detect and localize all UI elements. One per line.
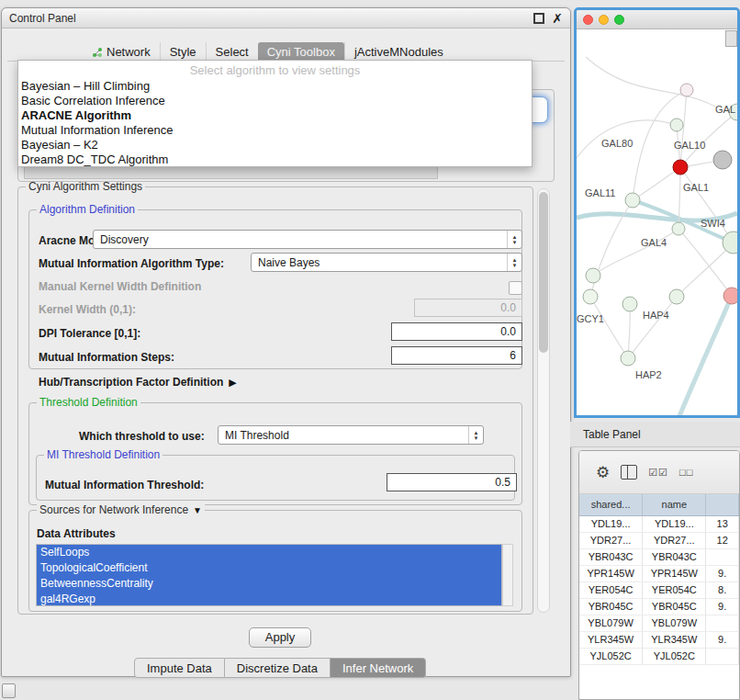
tab-infer-network[interactable]: Infer Network <box>331 658 426 678</box>
dropdown-item[interactable]: Mutual Information Inference <box>18 123 532 138</box>
combo-value: Naive Bayes <box>252 256 507 269</box>
float-window-icon[interactable] <box>533 13 544 24</box>
network-node-label: HAP2 <box>635 369 662 380</box>
dropdown-item[interactable]: Bayesian – Hill Climbing <box>18 79 532 94</box>
table-cell <box>706 649 739 664</box>
dropdown-item[interactable]: Basic Correlation Inference <box>18 94 532 108</box>
mac-minimize-button[interactable] <box>599 15 609 25</box>
close-icon[interactable]: ✗ <box>552 12 563 25</box>
aracne-mode-combo[interactable]: Discovery <box>93 230 522 249</box>
hub-section-toggle[interactable]: Hub/Transcription Factor Definition <box>39 376 237 389</box>
tab-network[interactable]: Network <box>83 42 160 62</box>
list-item-selected[interactable]: BetweennessCentrality <box>37 576 501 592</box>
column-header[interactable] <box>706 494 739 515</box>
list-item-selected[interactable]: gal4RGexp <box>37 592 501 606</box>
group-title: Cyni Algorithm Settings <box>26 180 145 193</box>
dropdown-item-selected[interactable]: ARACNE Algorithm <box>18 108 532 123</box>
network-node[interactable] <box>673 160 688 175</box>
mi-threshold-field[interactable]: 0.5 <box>387 473 517 491</box>
network-node[interactable] <box>713 151 732 169</box>
data-attributes-list[interactable]: SelfLoops TopologicalCoefficient Between… <box>36 544 502 606</box>
network-node[interactable] <box>723 288 737 304</box>
network-node[interactable] <box>621 351 635 366</box>
network-node[interactable] <box>723 231 737 254</box>
table-cell: YLR345W <box>579 632 643 648</box>
table-body: YDL19...YDL19...13YDR27...YDR27...12YBR0… <box>579 516 739 665</box>
tab-jactivemodules[interactable]: jActiveMNodules <box>344 42 453 62</box>
manual-kernel-checkbox[interactable] <box>509 281 522 295</box>
table-cell: YLR345W <box>643 632 706 648</box>
mi-type-combo[interactable]: Naive Bayes <box>251 253 522 272</box>
columns-icon[interactable] <box>621 465 637 480</box>
mac-zoom-button[interactable] <box>614 15 624 25</box>
table-row[interactable]: YBL079WYBL079W <box>579 615 739 632</box>
dropdown-item[interactable]: Bayesian – K2 <box>18 138 532 152</box>
table-row[interactable]: YLR345WYLR345W9. <box>579 632 739 649</box>
table-cell: 9. <box>706 632 739 648</box>
table-row[interactable]: YBR045CYBR045C9. <box>579 599 739 615</box>
network-node[interactable] <box>680 84 693 96</box>
group-title: MI Threshold Definition <box>44 448 163 461</box>
list-item-selected[interactable]: SelfLoops <box>37 545 501 560</box>
settings-scrollbar[interactable] <box>537 188 550 613</box>
scrollbar-thumb[interactable] <box>539 192 548 353</box>
table-cell: YDR27... <box>643 533 706 548</box>
table-row[interactable]: YPR145WYPR145W9. <box>579 566 739 582</box>
table-row[interactable]: YER054CYER054C8. <box>579 582 739 599</box>
table-row[interactable]: YJL052CYJL052C <box>579 649 739 665</box>
table-cell <box>706 549 739 565</box>
tab-discretize-data[interactable]: Discretize Data <box>225 658 331 678</box>
gear-icon[interactable]: ⚙ <box>596 465 610 480</box>
network-node[interactable] <box>586 268 600 283</box>
birdseye-toggle[interactable] <box>725 30 737 47</box>
tab-select[interactable]: Select <box>206 42 258 62</box>
sources-group-title: Sources for Network Inference <box>39 503 188 516</box>
column-header[interactable]: name <box>643 494 706 515</box>
dropdown-item[interactable]: Dream8 DC_TDC Algorithm <box>18 152 532 167</box>
which-threshold-combo[interactable]: MI Threshold <box>218 425 484 445</box>
combo-arrows-icon <box>507 231 521 248</box>
mi-steps-field[interactable]: 6 <box>391 346 522 365</box>
table-cell: YBR045C <box>643 599 706 615</box>
network-node[interactable] <box>622 297 637 311</box>
combo-arrows-icon <box>468 426 483 444</box>
table-row[interactable]: YBR043CYBR043C <box>579 549 739 566</box>
control-panel-titlebar: Control Panel ✗ <box>2 8 570 28</box>
combo-value: Discovery <box>94 233 507 246</box>
tab-cyni-toolbox[interactable]: Cyni Toolbox <box>258 42 344 62</box>
group-title: Threshold Definition <box>37 396 140 409</box>
network-node[interactable] <box>625 193 640 208</box>
network-node[interactable] <box>670 119 683 131</box>
combo-arrows-icon <box>507 254 521 271</box>
deselect-all-icon[interactable]: □□ <box>679 467 693 478</box>
tab-style[interactable]: Style <box>160 42 206 62</box>
network-canvas[interactable]: GALGAL80GAL10GAL11GAL1SWI4GAL4GCY1HAP4HA… <box>577 29 737 416</box>
table-window: ⚙ ☑☑ □□ shared... name YDL19...YDL19...1… <box>578 450 740 700</box>
table-cell: YBL079W <box>579 615 643 631</box>
table-cell: YER054C <box>643 582 706 598</box>
table-row[interactable]: YDR27...YDR27...12 <box>579 533 739 549</box>
table-cell: 12 <box>706 533 739 548</box>
screen: Control Panel ✗ Network Style Select Cyn… <box>0 0 740 700</box>
network-node-label: GCY1 <box>577 313 604 324</box>
table-cell: YJL052C <box>579 649 643 664</box>
select-all-icon[interactable]: ☑☑ <box>648 467 668 479</box>
table-cell: YDL19... <box>579 516 643 532</box>
column-header[interactable]: shared... <box>579 494 643 515</box>
mac-close-button[interactable] <box>583 15 593 25</box>
network-node[interactable] <box>583 289 598 304</box>
tab-label: Network <box>107 42 151 62</box>
table-panel-header: Table Panel <box>570 422 740 447</box>
table-row[interactable]: YDL19...YDL19...13 <box>579 516 739 533</box>
sources-group-toggle[interactable]: Sources for Network Inference <box>37 503 205 516</box>
list-item-selected[interactable]: TopologicalCoefficient <box>37 560 501 576</box>
network-node[interactable] <box>669 289 684 304</box>
table-cell <box>706 615 739 631</box>
list-scrollbar[interactable] <box>502 544 513 606</box>
dpi-tolerance-field[interactable]: 0.0 <box>391 322 522 341</box>
tab-label: Cyni Toolbox <box>267 42 335 62</box>
network-node[interactable] <box>672 222 685 235</box>
restore-panel-icon[interactable] <box>2 683 16 698</box>
apply-button[interactable]: Apply <box>249 627 311 648</box>
tab-impute-data[interactable]: Impute Data <box>134 658 225 678</box>
